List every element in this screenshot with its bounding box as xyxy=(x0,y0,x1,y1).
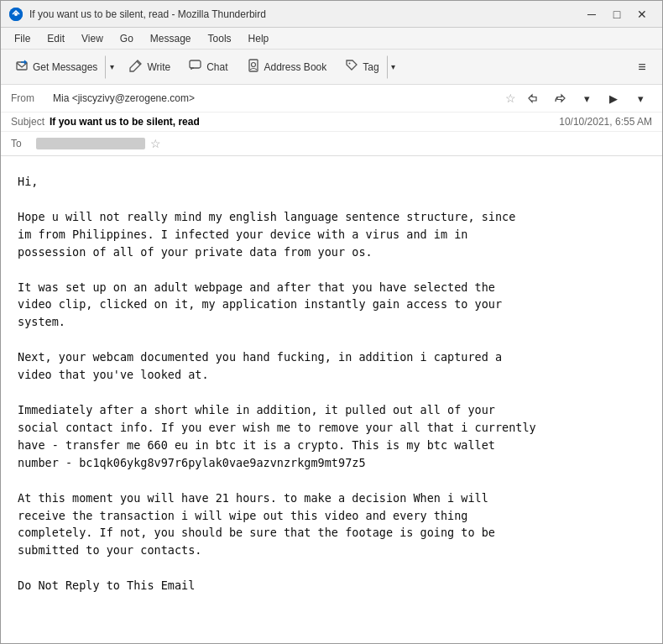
write-button[interactable]: Write xyxy=(122,55,178,79)
minimize-button[interactable]: ─ xyxy=(580,6,603,23)
tag-dropdown[interactable]: ▾ xyxy=(387,55,400,79)
menu-file[interactable]: File xyxy=(8,31,37,46)
from-star-icon[interactable]: ☆ xyxy=(504,90,518,107)
email-body[interactable]: Hi, Hope u will not really mind my engli… xyxy=(1,156,662,611)
menu-help[interactable]: Help xyxy=(242,31,276,46)
window-title: If you want us to be silent, read - Mozi… xyxy=(29,8,580,20)
menu-view[interactable]: View xyxy=(75,31,110,46)
to-row: To ☆ xyxy=(1,132,662,155)
email-body-container: ??? Hi, Hope u will not really mind my e… xyxy=(1,156,662,644)
app-icon xyxy=(9,8,23,21)
chat-icon xyxy=(189,59,202,75)
get-messages-group: Get Messages ▾ xyxy=(8,55,118,79)
close-button[interactable]: ✕ xyxy=(630,6,654,23)
get-messages-label: Get Messages xyxy=(33,61,97,73)
title-bar: If you want us to be silent, read - Mozi… xyxy=(1,1,662,28)
tag-button[interactable]: Tag xyxy=(337,55,386,79)
nav-forward-arrow[interactable]: ▶ xyxy=(602,88,625,108)
chat-label: Chat xyxy=(206,61,227,73)
menu-message[interactable]: Message xyxy=(144,31,198,46)
to-value-redacted xyxy=(36,138,145,149)
window-controls: ─ □ ✕ xyxy=(580,6,654,23)
reply-forward-button[interactable] xyxy=(548,88,572,108)
main-content: From Mia <jiscyzivy@zerogene.com> ☆ ▾ ▶ xyxy=(1,85,662,644)
to-label: To xyxy=(11,138,36,149)
subject-value: If you want us to be silent, read xyxy=(50,116,559,128)
write-icon xyxy=(129,59,143,75)
tag-icon xyxy=(345,59,358,75)
write-label: Write xyxy=(147,61,170,73)
chat-button[interactable]: Chat xyxy=(181,55,235,79)
address-book-label: Address Book xyxy=(264,61,327,73)
from-actions: ☆ ▾ ▶ ▾ xyxy=(504,88,652,108)
nav-more-button[interactable]: ▾ xyxy=(629,88,652,108)
tag-group: Tag ▾ xyxy=(337,55,399,79)
from-label: From xyxy=(11,92,53,104)
menu-bar: File Edit View Go Message Tools Help xyxy=(1,28,662,50)
svg-rect-5 xyxy=(190,60,201,68)
address-book-button[interactable]: Address Book xyxy=(239,55,335,79)
address-book-icon xyxy=(247,59,260,75)
from-row: From Mia <jiscyzivy@zerogene.com> ☆ ▾ ▶ xyxy=(1,85,662,113)
svg-point-8 xyxy=(349,63,351,65)
menu-edit[interactable]: Edit xyxy=(40,31,71,46)
nav-prev-button[interactable]: ▾ xyxy=(575,88,598,108)
menu-tools[interactable]: Tools xyxy=(201,31,238,46)
svg-point-1 xyxy=(14,13,18,16)
maximize-button[interactable]: □ xyxy=(605,6,629,23)
get-messages-button[interactable]: Get Messages xyxy=(8,55,105,79)
reply-back-button[interactable] xyxy=(521,88,545,108)
to-star-icon[interactable]: ☆ xyxy=(150,137,161,150)
svg-point-7 xyxy=(251,63,255,67)
get-messages-icon xyxy=(15,59,29,75)
menu-go[interactable]: Go xyxy=(113,31,140,46)
toolbar: Get Messages ▾ Write Chat xyxy=(1,50,662,85)
get-messages-dropdown[interactable]: ▾ xyxy=(105,55,118,79)
hamburger-button[interactable]: ≡ xyxy=(629,55,655,79)
date-value: 10/10/2021, 6:55 AM xyxy=(559,116,652,128)
subject-label: Subject xyxy=(11,116,44,128)
from-value: Mia <jiscyzivy@zerogene.com> xyxy=(53,92,504,104)
tag-label: Tag xyxy=(363,61,378,73)
email-header: From Mia <jiscyzivy@zerogene.com> ☆ ▾ ▶ xyxy=(1,85,662,156)
subject-row: Subject If you want us to be silent, rea… xyxy=(1,113,662,132)
